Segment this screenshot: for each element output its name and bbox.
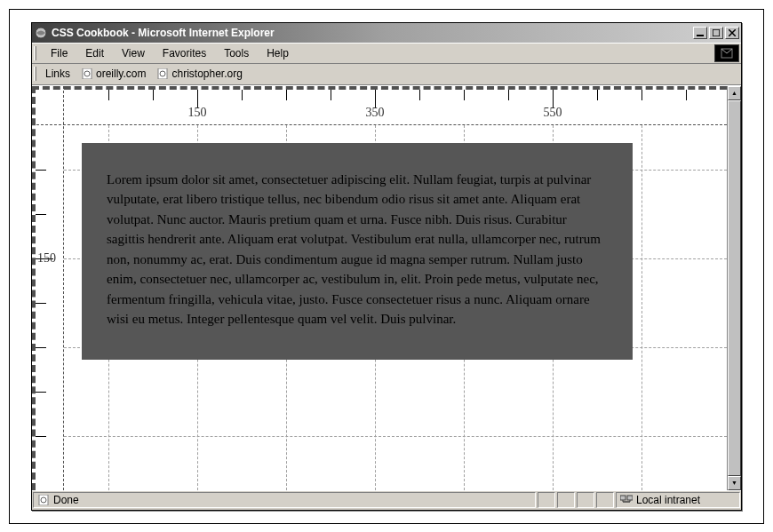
scroll-track[interactable]	[728, 100, 741, 476]
ruler-tick	[286, 90, 287, 100]
network-icon	[620, 494, 633, 507]
page-icon	[81, 67, 93, 80]
svg-rect-2	[713, 29, 720, 36]
scroll-down-button[interactable]: ▼	[728, 476, 741, 490]
scroll-thumb[interactable]	[728, 100, 741, 476]
svg-rect-13	[627, 496, 633, 500]
viewport[interactable]: 150 350 550 150	[32, 86, 727, 490]
scroll-up-button[interactable]: ▲	[728, 86, 741, 100]
figure-frame: CSS Cookbook - Microsoft Internet Explor…	[9, 9, 764, 524]
ruler-tick	[242, 90, 243, 100]
maximize-button[interactable]	[709, 27, 723, 39]
window-controls	[693, 27, 739, 39]
menu-help[interactable]: Help	[258, 44, 298, 62]
body-text: Lorem ipsum dolor sit amet, consectetuer…	[107, 172, 601, 327]
window-title: CSS Cookbook - Microsoft Internet Explor…	[52, 27, 693, 39]
status-slot	[557, 492, 575, 508]
ruler-tick	[331, 90, 331, 100]
ruler-tick	[36, 347, 46, 348]
ruler-tick	[686, 90, 687, 100]
minimize-button[interactable]	[693, 27, 707, 39]
ie-throbber-icon	[714, 44, 739, 62]
ruler-tick	[36, 170, 46, 171]
ruler-tick	[375, 90, 376, 107]
favorite-link-label: christopher.org	[171, 67, 242, 80]
ruler-label: 550	[544, 106, 562, 120]
linksbar: Links oreilly.com christopher.org	[32, 64, 741, 85]
menu-edit[interactable]: Edit	[76, 44, 113, 62]
status-slot	[596, 492, 614, 508]
svg-rect-1	[697, 35, 704, 36]
ruler-tick	[597, 90, 598, 100]
toolbar-grip[interactable]	[34, 46, 36, 60]
vertical-scrollbar[interactable]: ▲ ▼	[727, 86, 741, 490]
menu-view[interactable]: View	[113, 44, 154, 62]
ruler-tick	[36, 214, 46, 215]
toolbar-grip[interactable]	[34, 67, 36, 81]
ruler-label: 350	[366, 106, 385, 120]
svg-rect-12	[620, 496, 626, 500]
menu-favorites[interactable]: Favorites	[154, 44, 215, 62]
ruler-tick	[108, 90, 109, 100]
statusbar: Done Local intranet	[32, 490, 741, 510]
ie-app-icon	[34, 26, 48, 40]
content-box: Lorem ipsum dolor sit amet, consectetuer…	[82, 143, 633, 360]
ruler-tick	[36, 436, 46, 437]
zone-text: Local intranet	[636, 494, 700, 506]
status-slot	[577, 492, 594, 508]
favorite-link-oreilly[interactable]: oreilly.com	[76, 66, 151, 82]
menu-file[interactable]: File	[42, 44, 76, 62]
menu-tools[interactable]: Tools	[215, 44, 258, 62]
favorite-link-christopher[interactable]: christopher.org	[151, 66, 247, 82]
status-text: Done	[53, 494, 79, 506]
menubar: File Edit View Favorites Tools Help	[32, 43, 741, 64]
ruler-tick	[197, 90, 198, 107]
status-main: Done	[33, 492, 536, 508]
ruler-label: 150	[188, 106, 207, 120]
page-icon	[37, 494, 50, 506]
content-area: 150 350 550 150	[32, 85, 741, 490]
browser-window: CSS Cookbook - Microsoft Internet Explor…	[31, 22, 742, 511]
close-button[interactable]	[725, 27, 739, 39]
links-label: Links	[40, 67, 76, 80]
vertical-ruler	[32, 86, 64, 490]
ruler-tick	[153, 90, 154, 100]
ruler-tick	[464, 90, 465, 100]
ruler-tick	[553, 90, 554, 107]
ruler-tick	[419, 90, 420, 100]
ruler-tick	[642, 90, 642, 100]
grid-line	[64, 436, 727, 437]
favorite-link-label: oreilly.com	[96, 67, 146, 80]
ruler-tick	[36, 392, 46, 393]
page-icon	[156, 67, 169, 80]
titlebar: CSS Cookbook - Microsoft Internet Explor…	[32, 23, 741, 43]
ruler-tick	[36, 303, 46, 304]
status-zone: Local intranet	[616, 492, 740, 508]
ruler-tick	[508, 90, 509, 100]
ruler-label: 150	[37, 251, 56, 266]
status-slot	[538, 492, 555, 508]
